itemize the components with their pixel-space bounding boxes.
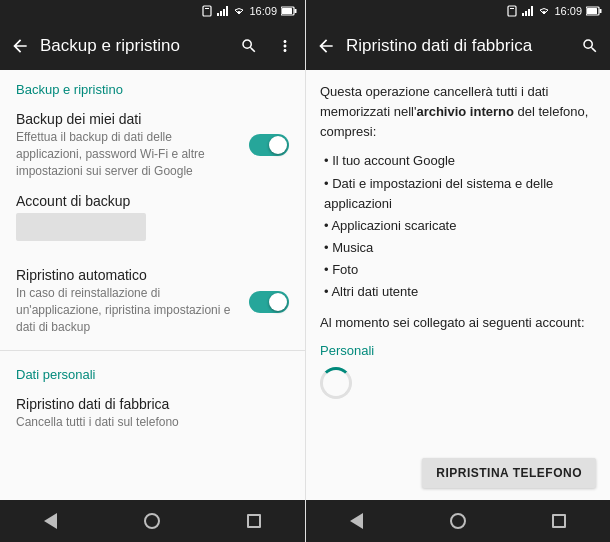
account-section-label: Al momento sei collegato ai seguenti acc… [320, 315, 585, 330]
svg-rect-17 [587, 8, 597, 14]
backup-data-desc: Effettua il backup di dati delle applica… [16, 129, 241, 179]
bottom-btn-container: RIPRISTINA TELEFONO [306, 450, 610, 500]
auto-restore-text: Ripristino automatico In caso di reinsta… [16, 267, 249, 335]
right-nav-square[interactable] [541, 503, 577, 539]
right-recents-icon [552, 514, 566, 528]
left-nav-home[interactable] [134, 503, 170, 539]
right-home-icon [450, 513, 466, 529]
right-top-bar: Ripristino dati di fabbrica [306, 22, 610, 70]
right-bottom-nav [306, 500, 610, 542]
svg-rect-16 [600, 9, 602, 13]
bullet-list: • Il tuo account Google • Dati e imposta… [324, 150, 596, 303]
left-title: Backup e ripristino [40, 36, 237, 56]
right-search-button[interactable] [578, 34, 602, 58]
left-more-button[interactable] [273, 34, 297, 58]
svg-rect-2 [217, 13, 219, 16]
right-content: Questa operazione cancellerà tutti i dat… [306, 70, 610, 450]
left-search-button[interactable] [237, 34, 261, 58]
backup-data-item[interactable]: Backup dei miei dati Effettua il backup … [0, 101, 305, 189]
account-backup-input[interactable] [16, 213, 146, 241]
ripristina-button[interactable]: RIPRISTINA TELEFONO [422, 458, 596, 488]
battery-icon [281, 6, 297, 16]
bullet-3: • Musica [324, 237, 596, 259]
right-sim-icon [506, 5, 518, 17]
back-icon [44, 513, 57, 529]
svg-rect-12 [525, 11, 527, 16]
recents-icon [247, 514, 261, 528]
auto-restore-desc: In caso di reinstallazione di un'applica… [16, 285, 241, 335]
right-panel: 16:09 Ripristino dati di fabbrica Questa… [305, 0, 610, 542]
bullet-1: • Dati e impostazioni del sistema e dell… [324, 173, 596, 215]
auto-restore-toggle[interactable] [249, 291, 289, 313]
svg-rect-7 [295, 9, 297, 13]
right-title: Ripristino dati di fabbrica [346, 36, 578, 56]
left-content: Backup e ripristino Backup dei miei dati… [0, 70, 305, 500]
loading-spinner [320, 367, 352, 399]
bullet-4: • Foto [324, 259, 596, 281]
svg-rect-0 [203, 6, 211, 16]
factory-reset-title: Ripristino dati di fabbrica [16, 396, 281, 412]
right-battery-icon [586, 6, 602, 16]
backup-section-header: Backup e ripristino [0, 70, 305, 101]
factory-reset-text: Ripristino dati di fabbrica Cancella tut… [16, 396, 289, 431]
right-back-icon [350, 513, 363, 529]
svg-rect-11 [522, 13, 524, 16]
right-status-icons: 16:09 [506, 5, 602, 17]
factory-reset-item[interactable]: Ripristino dati di fabbrica Cancella tut… [0, 386, 305, 441]
left-panel: 16:09 Backup e ripristino Backup e ripri… [0, 0, 305, 542]
right-wifi-icon [538, 6, 550, 16]
left-back-button[interactable] [8, 34, 32, 58]
svg-rect-1 [205, 8, 209, 9]
left-status-bar: 16:09 [0, 0, 305, 22]
left-bottom-nav [0, 500, 305, 542]
sim-icon [201, 5, 213, 17]
left-status-icons: 16:09 [201, 5, 297, 17]
personal-section-header: Dati personali [0, 355, 305, 386]
left-nav-back[interactable] [33, 503, 69, 539]
personali-link[interactable]: Personali [320, 341, 596, 361]
divider [0, 350, 305, 351]
wifi-icon [233, 6, 245, 16]
right-nav-back[interactable] [339, 503, 375, 539]
right-back-button[interactable] [314, 34, 338, 58]
right-description-area: Questa operazione cancellerà tutti i dat… [306, 70, 610, 411]
home-icon [144, 513, 160, 529]
right-status-bar: 16:09 [306, 0, 610, 22]
svg-rect-9 [508, 6, 516, 16]
auto-restore-item[interactable]: Ripristino automatico In caso di reinsta… [0, 257, 305, 345]
bullet-5: • Altri dati utente [324, 281, 596, 303]
factory-reset-desc: Cancella tutti i dati sul telefono [16, 414, 281, 431]
right-signal-icon [522, 6, 534, 16]
svg-rect-8 [282, 8, 292, 14]
signal-icon [217, 6, 229, 16]
account-backup-label: Account di backup [16, 193, 289, 209]
bullet-2: • Applicazioni scaricate [324, 215, 596, 237]
left-nav-square[interactable] [236, 503, 272, 539]
backup-data-text: Backup dei miei dati Effettua il backup … [16, 111, 249, 179]
account-backup-section: Account di backup [0, 189, 305, 257]
svg-rect-3 [220, 11, 222, 16]
svg-rect-5 [226, 6, 228, 16]
left-time: 16:09 [249, 5, 277, 17]
left-top-icons [237, 34, 297, 58]
right-time: 16:09 [554, 5, 582, 17]
account-section-text: Al momento sei collegato ai seguenti acc… [320, 313, 596, 333]
svg-rect-10 [510, 8, 514, 9]
right-nav-home[interactable] [440, 503, 476, 539]
svg-rect-13 [528, 9, 530, 16]
svg-rect-4 [223, 9, 225, 16]
right-desc-bold: archivio interno [416, 104, 514, 119]
left-top-bar: Backup e ripristino [0, 22, 305, 70]
backup-data-toggle[interactable] [249, 134, 289, 156]
backup-data-title: Backup dei miei dati [16, 111, 241, 127]
bullet-0: • Il tuo account Google [324, 150, 596, 172]
auto-restore-title: Ripristino automatico [16, 267, 241, 283]
svg-rect-14 [531, 6, 533, 16]
